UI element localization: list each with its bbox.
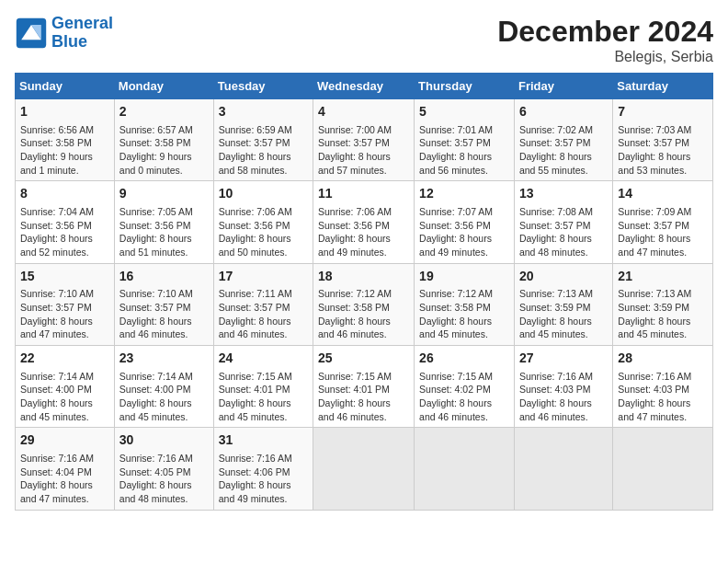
day-number: 30 bbox=[119, 431, 209, 450]
day-cell: 24Sunrise: 7:15 AM Sunset: 4:01 PM Dayli… bbox=[213, 346, 313, 428]
day-number: 9 bbox=[119, 185, 209, 203]
day-number: 7 bbox=[618, 103, 708, 121]
week-row-2: 8Sunrise: 7:04 AM Sunset: 3:56 PM Daylig… bbox=[16, 181, 713, 263]
day-info: Sunrise: 7:16 AM Sunset: 4:04 PM Dayligh… bbox=[20, 452, 109, 506]
day-info: Sunrise: 7:08 AM Sunset: 3:57 PM Dayligh… bbox=[519, 205, 608, 259]
day-number: 10 bbox=[219, 185, 308, 203]
day-cell: 31Sunrise: 7:16 AM Sunset: 4:06 PM Dayli… bbox=[213, 428, 313, 510]
day-info: Sunrise: 7:04 AM Sunset: 3:56 PM Dayligh… bbox=[20, 205, 109, 259]
day-info: Sunrise: 6:57 AM Sunset: 3:58 PM Dayligh… bbox=[119, 123, 209, 178]
day-cell: 22Sunrise: 7:14 AM Sunset: 4:00 PM Dayli… bbox=[16, 346, 115, 428]
location-title: Belegis, Serbia bbox=[497, 49, 713, 65]
day-number: 26 bbox=[419, 350, 509, 368]
day-cell bbox=[313, 428, 415, 510]
day-info: Sunrise: 7:03 AM Sunset: 3:57 PM Dayligh… bbox=[618, 123, 708, 178]
header-cell-sunday: Sunday bbox=[16, 74, 115, 99]
day-number: 15 bbox=[20, 268, 109, 286]
day-cell: 12Sunrise: 7:07 AM Sunset: 3:56 PM Dayli… bbox=[415, 181, 515, 263]
day-number: 8 bbox=[20, 185, 109, 203]
day-info: Sunrise: 7:11 AM Sunset: 3:57 PM Dayligh… bbox=[219, 287, 308, 341]
day-info: Sunrise: 7:00 AM Sunset: 3:57 PM Dayligh… bbox=[318, 123, 409, 178]
day-info: Sunrise: 7:10 AM Sunset: 3:57 PM Dayligh… bbox=[20, 287, 109, 341]
day-cell: 17Sunrise: 7:11 AM Sunset: 3:57 PM Dayli… bbox=[213, 263, 313, 345]
day-cell: 28Sunrise: 7:16 AM Sunset: 4:03 PM Dayli… bbox=[613, 346, 713, 428]
day-number: 29 bbox=[20, 431, 109, 450]
day-number: 14 bbox=[618, 185, 708, 203]
day-number: 20 bbox=[519, 268, 608, 286]
logo-line2: Blue bbox=[51, 32, 87, 51]
day-cell: 3Sunrise: 6:59 AM Sunset: 3:57 PM Daylig… bbox=[213, 99, 313, 181]
day-info: Sunrise: 7:16 AM Sunset: 4:05 PM Dayligh… bbox=[119, 452, 209, 506]
day-number: 6 bbox=[519, 103, 608, 121]
day-number: 16 bbox=[119, 268, 209, 286]
day-number: 22 bbox=[20, 350, 109, 368]
day-info: Sunrise: 7:15 AM Sunset: 4:01 PM Dayligh… bbox=[318, 370, 409, 424]
day-number: 5 bbox=[419, 103, 509, 121]
day-cell: 19Sunrise: 7:12 AM Sunset: 3:58 PM Dayli… bbox=[415, 263, 515, 345]
day-info: Sunrise: 7:12 AM Sunset: 3:58 PM Dayligh… bbox=[419, 287, 509, 341]
day-cell: 16Sunrise: 7:10 AM Sunset: 3:57 PM Dayli… bbox=[114, 263, 213, 345]
day-info: Sunrise: 7:06 AM Sunset: 3:56 PM Dayligh… bbox=[219, 205, 308, 259]
day-cell: 2Sunrise: 6:57 AM Sunset: 3:58 PM Daylig… bbox=[114, 99, 213, 181]
day-cell: 30Sunrise: 7:16 AM Sunset: 4:05 PM Dayli… bbox=[114, 428, 213, 510]
header-cell-tuesday: Tuesday bbox=[213, 74, 313, 99]
week-row-1: 1Sunrise: 6:56 AM Sunset: 3:58 PM Daylig… bbox=[16, 99, 713, 181]
day-cell: 6Sunrise: 7:02 AM Sunset: 3:57 PM Daylig… bbox=[514, 99, 612, 181]
day-cell bbox=[514, 428, 612, 510]
day-info: Sunrise: 7:13 AM Sunset: 3:59 PM Dayligh… bbox=[618, 287, 708, 341]
day-cell: 21Sunrise: 7:13 AM Sunset: 3:59 PM Dayli… bbox=[613, 263, 713, 345]
day-number: 24 bbox=[219, 350, 308, 368]
day-cell: 1Sunrise: 6:56 AM Sunset: 3:58 PM Daylig… bbox=[16, 99, 115, 181]
day-number: 23 bbox=[119, 350, 209, 368]
day-info: Sunrise: 7:16 AM Sunset: 4:03 PM Dayligh… bbox=[618, 370, 708, 424]
day-cell: 7Sunrise: 7:03 AM Sunset: 3:57 PM Daylig… bbox=[613, 99, 713, 181]
header-cell-monday: Monday bbox=[114, 74, 213, 99]
week-row-3: 15Sunrise: 7:10 AM Sunset: 3:57 PM Dayli… bbox=[16, 263, 713, 345]
day-info: Sunrise: 7:07 AM Sunset: 3:56 PM Dayligh… bbox=[419, 205, 509, 259]
day-number: 28 bbox=[618, 350, 708, 368]
header-cell-wednesday: Wednesday bbox=[313, 74, 415, 99]
week-row-5: 29Sunrise: 7:16 AM Sunset: 4:04 PM Dayli… bbox=[16, 428, 713, 510]
month-title: December 2024 bbox=[497, 15, 713, 49]
logo-icon bbox=[15, 17, 48, 50]
day-info: Sunrise: 7:06 AM Sunset: 3:56 PM Dayligh… bbox=[318, 205, 409, 259]
logo-line1: General bbox=[51, 14, 113, 32]
day-number: 3 bbox=[219, 103, 308, 121]
header-cell-friday: Friday bbox=[514, 74, 612, 99]
day-info: Sunrise: 7:15 AM Sunset: 4:01 PM Dayligh… bbox=[219, 370, 308, 424]
header: General Blue December 2024 Belegis, Serb… bbox=[15, 15, 713, 65]
day-info: Sunrise: 7:10 AM Sunset: 3:57 PM Dayligh… bbox=[119, 287, 209, 341]
day-info: Sunrise: 7:09 AM Sunset: 3:57 PM Dayligh… bbox=[618, 205, 708, 259]
day-number: 19 bbox=[419, 268, 509, 286]
title-area: December 2024 Belegis, Serbia bbox=[497, 15, 713, 65]
calendar-table: SundayMondayTuesdayWednesdayThursdayFrid… bbox=[15, 73, 713, 511]
day-info: Sunrise: 7:16 AM Sunset: 4:03 PM Dayligh… bbox=[519, 370, 608, 424]
logo: General Blue bbox=[15, 15, 113, 52]
day-number: 17 bbox=[219, 268, 308, 286]
day-cell: 25Sunrise: 7:15 AM Sunset: 4:01 PM Dayli… bbox=[313, 346, 415, 428]
day-info: Sunrise: 7:12 AM Sunset: 3:58 PM Dayligh… bbox=[318, 287, 409, 341]
day-number: 12 bbox=[419, 185, 509, 203]
day-info: Sunrise: 7:01 AM Sunset: 3:57 PM Dayligh… bbox=[419, 123, 509, 178]
week-row-4: 22Sunrise: 7:14 AM Sunset: 4:00 PM Dayli… bbox=[16, 346, 713, 428]
day-cell: 20Sunrise: 7:13 AM Sunset: 3:59 PM Dayli… bbox=[514, 263, 612, 345]
day-cell: 10Sunrise: 7:06 AM Sunset: 3:56 PM Dayli… bbox=[213, 181, 313, 263]
day-number: 11 bbox=[318, 185, 409, 203]
day-cell bbox=[613, 428, 713, 510]
day-number: 25 bbox=[318, 350, 409, 368]
day-cell: 23Sunrise: 7:14 AM Sunset: 4:00 PM Dayli… bbox=[114, 346, 213, 428]
day-info: Sunrise: 7:02 AM Sunset: 3:57 PM Dayligh… bbox=[519, 123, 608, 178]
day-cell bbox=[415, 428, 515, 510]
day-number: 2 bbox=[119, 103, 209, 121]
header-cell-saturday: Saturday bbox=[613, 74, 713, 99]
header-cell-thursday: Thursday bbox=[415, 74, 515, 99]
day-info: Sunrise: 7:15 AM Sunset: 4:02 PM Dayligh… bbox=[419, 370, 509, 424]
day-number: 21 bbox=[618, 268, 708, 286]
day-info: Sunrise: 7:16 AM Sunset: 4:06 PM Dayligh… bbox=[219, 452, 308, 506]
day-cell: 13Sunrise: 7:08 AM Sunset: 3:57 PM Dayli… bbox=[514, 181, 612, 263]
day-info: Sunrise: 6:56 AM Sunset: 3:58 PM Dayligh… bbox=[20, 123, 109, 178]
day-cell: 14Sunrise: 7:09 AM Sunset: 3:57 PM Dayli… bbox=[613, 181, 713, 263]
day-cell: 29Sunrise: 7:16 AM Sunset: 4:04 PM Dayli… bbox=[16, 428, 115, 510]
day-info: Sunrise: 7:14 AM Sunset: 4:00 PM Dayligh… bbox=[20, 370, 109, 424]
day-info: Sunrise: 6:59 AM Sunset: 3:57 PM Dayligh… bbox=[219, 123, 308, 178]
